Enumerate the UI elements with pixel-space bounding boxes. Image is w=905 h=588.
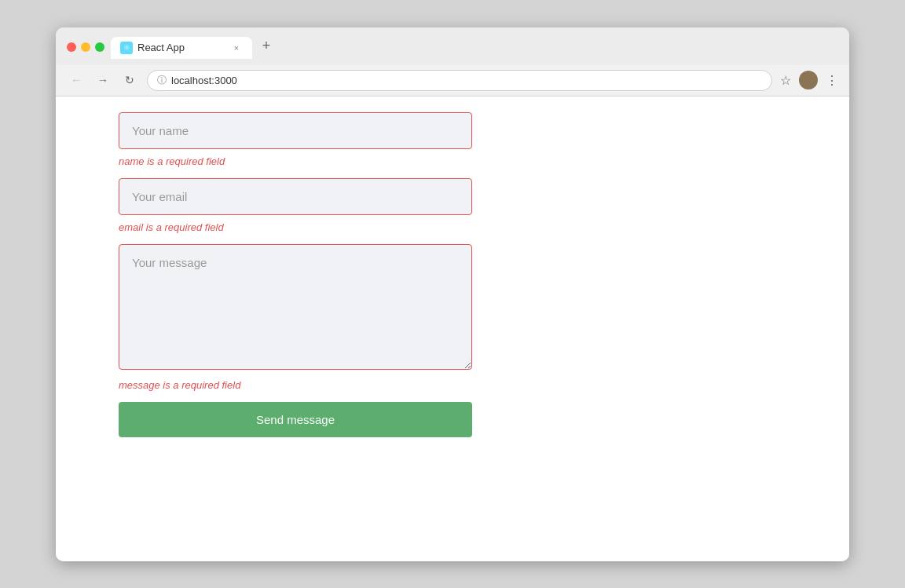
message-error: message is a required field: [119, 379, 786, 391]
browser-window: ⚛ React App × + ← → ↻ ⓘ localhost:3000 ☆: [56, 27, 849, 561]
email-form-group: [119, 178, 786, 215]
minimize-traffic-light[interactable]: [81, 42, 90, 52]
reload-button[interactable]: ↻: [120, 71, 139, 89]
email-error: email is a required field: [119, 221, 786, 233]
security-icon: ⓘ: [157, 74, 167, 87]
title-bar: ⚛ React App × +: [56, 27, 849, 65]
url-text: localhost:3000: [171, 75, 237, 86]
menu-icon[interactable]: ⋮: [826, 73, 838, 88]
profile-avatar[interactable]: [799, 71, 818, 89]
name-error: name is a required field: [119, 155, 786, 167]
email-input[interactable]: [119, 178, 472, 215]
address-bar-actions: ☆ ⋮: [780, 71, 838, 89]
new-tab-button[interactable]: +: [255, 35, 277, 57]
name-input[interactable]: [119, 112, 472, 149]
message-form-group: [119, 244, 786, 373]
bookmark-icon[interactable]: ☆: [780, 73, 791, 88]
browser-tab-react[interactable]: ⚛ React App ×: [111, 37, 252, 59]
page-content: name is a required field email is a requ…: [56, 97, 849, 561]
send-message-button[interactable]: Send message: [119, 402, 472, 437]
tab-title-label: React App: [137, 42, 225, 53]
close-traffic-light[interactable]: [67, 42, 76, 52]
maximize-traffic-light[interactable]: [95, 42, 104, 52]
react-tab-icon: ⚛: [120, 42, 133, 54]
tab-close-button[interactable]: ×: [230, 42, 243, 54]
address-bar: ← → ↻ ⓘ localhost:3000 ☆ ⋮: [56, 65, 849, 97]
back-icon: ←: [71, 74, 82, 86]
traffic-lights: [67, 42, 104, 52]
url-bar[interactable]: ⓘ localhost:3000: [147, 70, 772, 91]
reload-icon: ↻: [125, 74, 134, 86]
back-button[interactable]: ←: [67, 71, 86, 89]
forward-icon: →: [97, 74, 108, 86]
tabs-row: ⚛ React App × +: [111, 35, 277, 59]
forward-button[interactable]: →: [93, 71, 112, 89]
name-form-group: [119, 112, 786, 149]
message-textarea[interactable]: [119, 244, 472, 370]
